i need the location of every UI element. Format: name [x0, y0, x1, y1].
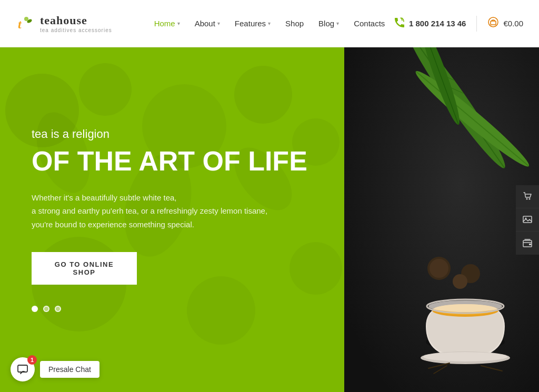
- hero-content: tea is a religion OF THE ART OF LIFE Whe…: [32, 127, 332, 313]
- hero-section: tea is a religion OF THE ART OF LIFE Whe…: [0, 47, 539, 392]
- nav-item-shop[interactable]: Shop: [285, 19, 304, 28]
- chevron-down-icon: ▾: [268, 21, 271, 26]
- hero-right-panel: [344, 47, 539, 392]
- sidebar-cart-button[interactable]: [516, 185, 539, 208]
- phone-number: 1 800 214 13 46: [409, 19, 466, 28]
- main-nav: Home ▾ About ▾ Features ▾ Shop Blog ▾ Co…: [154, 19, 385, 28]
- cart-area[interactable]: €0.00: [487, 16, 523, 31]
- chat-notification-badge: 1: [27, 355, 37, 365]
- cart-amount: €0.00: [503, 19, 523, 28]
- svg-point-6: [79, 63, 132, 116]
- chevron-down-icon: ▾: [177, 21, 180, 26]
- hero-tagline: tea is a religion: [32, 127, 332, 141]
- svg-point-30: [430, 259, 448, 278]
- logo-text-area: teahouse tea additives accessories: [40, 14, 112, 33]
- sidebar-image-button[interactable]: [516, 208, 539, 232]
- svg-rect-48: [529, 244, 531, 245]
- chevron-down-icon: ▾: [217, 21, 220, 26]
- slide-dot-3[interactable]: [55, 306, 61, 312]
- sidebar-icons: [516, 185, 539, 255]
- svg-point-43: [526, 198, 528, 200]
- chat-open-button[interactable]: 1: [11, 357, 35, 381]
- nav-item-about[interactable]: About ▾: [195, 19, 220, 28]
- cart-icon: [487, 16, 499, 31]
- svg-text:t: t: [18, 17, 22, 31]
- sidebar-wallet-button[interactable]: [516, 232, 539, 255]
- hero-cta-button[interactable]: GO TO ONLINE SHOP: [32, 252, 137, 285]
- svg-point-37: [428, 300, 502, 312]
- svg-point-39: [423, 352, 507, 361]
- nav-item-contacts[interactable]: Contacts: [354, 19, 385, 28]
- hero-description: Whether it's a beautifully subtle white …: [32, 191, 284, 232]
- logo-title: teahouse: [40, 14, 112, 27]
- logo-icon: t: [16, 14, 36, 34]
- nav-item-features[interactable]: Features ▾: [235, 19, 271, 28]
- hero-title: OF THE ART OF LIFE: [32, 146, 332, 176]
- nav-item-home[interactable]: Home ▾: [154, 19, 180, 28]
- svg-point-3: [488, 17, 498, 27]
- chevron-down-icon: ▾: [336, 21, 339, 26]
- phone-icon: [393, 16, 405, 31]
- svg-rect-45: [523, 216, 532, 223]
- svg-point-32: [453, 274, 467, 289]
- hero-dots: [32, 306, 332, 312]
- slide-dot-1[interactable]: [32, 306, 38, 312]
- phone-area: 1 800 214 13 46: [393, 16, 466, 31]
- nav-item-blog[interactable]: Blog ▾: [318, 19, 339, 28]
- svg-point-44: [529, 198, 531, 200]
- svg-rect-4: [491, 21, 496, 25]
- header-right: 1 800 214 13 46 €0.00: [393, 16, 523, 32]
- hero-left-panel: tea is a religion OF THE ART OF LIFE Whe…: [0, 47, 363, 392]
- chat-label[interactable]: Presale Chat: [40, 361, 99, 378]
- svg-point-8: [234, 66, 292, 124]
- hero-photo-visual: [344, 47, 539, 392]
- svg-rect-49: [18, 365, 27, 372]
- logo: t teahouse tea additives accessories: [16, 14, 112, 34]
- slide-dot-2[interactable]: [43, 306, 49, 312]
- header: t teahouse tea additives accessories Hom…: [0, 0, 539, 47]
- logo-subtitle: tea additives accessories: [40, 27, 112, 33]
- chat-icon: [17, 364, 28, 375]
- chat-widget: 1 Presale Chat: [11, 357, 99, 381]
- header-divider: [476, 16, 477, 32]
